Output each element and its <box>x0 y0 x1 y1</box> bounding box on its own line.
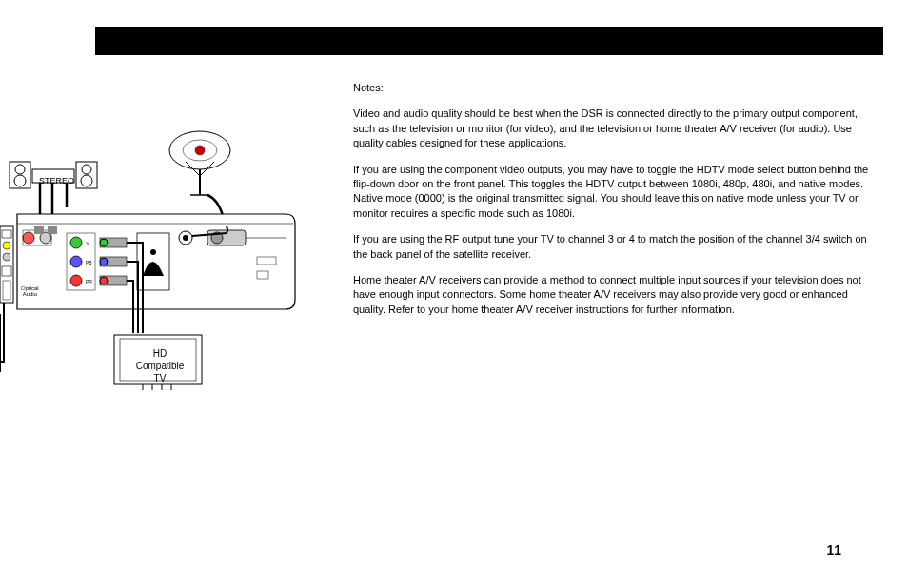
svg-point-22 <box>23 232 34 244</box>
svg-point-18 <box>3 253 10 261</box>
svg-point-43 <box>183 235 188 241</box>
svg-point-9 <box>195 146 205 155</box>
notes-heading: Notes: <box>353 81 875 95</box>
svg-point-39 <box>100 277 108 284</box>
component-plugs <box>100 238 127 285</box>
svg-rect-16 <box>2 230 11 238</box>
svg-point-17 <box>3 242 10 249</box>
receiver-body-icon: Y PB PR <box>17 214 295 309</box>
svg-point-4 <box>82 165 91 174</box>
header-black-bar <box>95 27 883 55</box>
svg-rect-19 <box>2 266 11 276</box>
stereo-label: STEREO <box>39 176 74 186</box>
svg-point-2 <box>14 175 26 186</box>
svg-point-35 <box>100 239 108 246</box>
svg-text:PR: PR <box>86 279 92 284</box>
svg-point-27 <box>70 237 82 248</box>
svg-point-31 <box>70 275 82 286</box>
notes-paragraph-4: Home theater A/V receivers can provide a… <box>353 273 875 317</box>
optical-audio-box <box>0 226 13 303</box>
svg-rect-25 <box>34 226 44 234</box>
svg-text:PB: PB <box>86 260 92 265</box>
notes-paragraph-3: If you are using the RF output tune your… <box>353 232 875 262</box>
svg-point-1 <box>15 165 25 174</box>
page-number: 11 <box>826 542 841 558</box>
svg-rect-20 <box>3 281 10 300</box>
svg-point-29 <box>70 256 82 267</box>
svg-point-41 <box>150 249 156 255</box>
hd-tv-label: HD Compatible TV <box>127 347 193 384</box>
notes-section: Notes: Video and audio quality should be… <box>353 81 875 328</box>
notes-paragraph-1: Video and audio quality should be best w… <box>353 107 875 150</box>
svg-text:Y: Y <box>86 241 89 246</box>
svg-rect-26 <box>48 226 57 234</box>
satellite-dish-icon <box>169 131 230 195</box>
svg-point-37 <box>100 258 108 265</box>
svg-point-5 <box>81 175 92 186</box>
notes-paragraph-2: If you are using the component video out… <box>353 163 875 222</box>
optical-audio-label: Optical Audio <box>21 285 39 297</box>
